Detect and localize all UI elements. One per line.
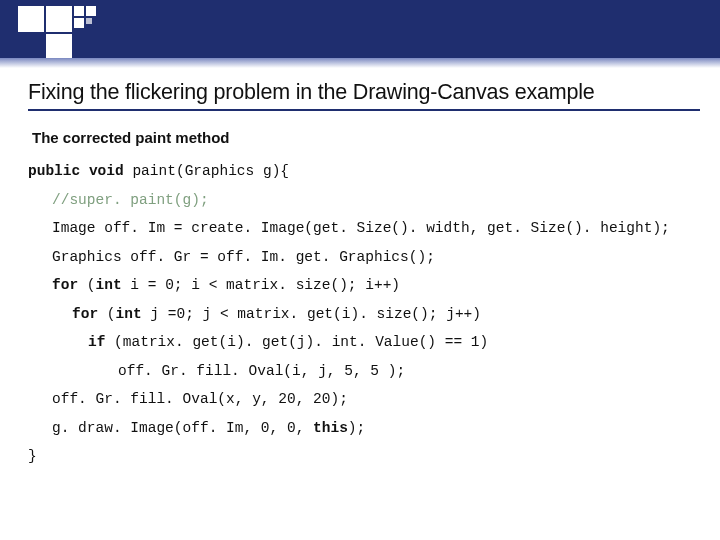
- code-text: i = 0; i < matrix. size(); i++): [122, 277, 400, 293]
- slide-subtitle: The corrected paint method: [32, 129, 700, 146]
- code-line: off. Gr. fill. Oval(i, j, 5, 5 );: [28, 364, 700, 379]
- code-block: public void paint(Graphics g){ //super. …: [28, 164, 700, 464]
- code-text: );: [348, 420, 365, 436]
- code-line: if (matrix. get(i). get(j). int. Value()…: [28, 335, 700, 350]
- decor-square: [46, 6, 72, 32]
- decor-square-small: [74, 6, 84, 16]
- code-line: }: [28, 449, 700, 464]
- decor-square: [46, 34, 72, 60]
- code-text: (: [98, 306, 115, 322]
- code-text: j =0; j < matrix. get(i). size(); j++): [142, 306, 481, 322]
- keyword: int: [96, 277, 122, 293]
- code-line: Graphics off. Gr = off. Im. get. Graphic…: [28, 250, 700, 265]
- keyword: for: [72, 306, 98, 322]
- code-line: for (int i = 0; i < matrix. size(); i++): [28, 278, 700, 293]
- code-text: (matrix. get(i). get(j). int. Value() ==…: [105, 334, 488, 350]
- slide-header-bar: [0, 0, 720, 58]
- code-line: off. Gr. fill. Oval(x, y, 20, 20);: [28, 392, 700, 407]
- keyword: int: [116, 306, 142, 322]
- slide-title: Fixing the flickering problem in the Dra…: [28, 80, 700, 105]
- code-text: paint(Graphics g){: [124, 163, 289, 179]
- decor-square-small: [74, 18, 84, 28]
- code-text: (: [78, 277, 95, 293]
- code-line: Image off. Im = create. Image(get. Size(…: [28, 221, 700, 236]
- keyword: if: [88, 334, 105, 350]
- decor-square: [18, 6, 44, 32]
- keyword: for: [52, 277, 78, 293]
- decor-square-small: [86, 18, 92, 24]
- code-line: for (int j =0; j < matrix. get(i). size(…: [28, 307, 700, 322]
- decor-square-small: [86, 6, 96, 16]
- header-gradient: [0, 58, 720, 68]
- code-line: g. draw. Image(off. Im, 0, 0, this);: [28, 421, 700, 436]
- code-comment: //super. paint(g);: [28, 193, 700, 208]
- keyword: public void: [28, 163, 124, 179]
- code-text: g. draw. Image(off. Im, 0, 0,: [52, 420, 313, 436]
- keyword: this: [313, 420, 348, 436]
- code-line: public void paint(Graphics g){: [28, 164, 700, 179]
- slide-content: Fixing the flickering problem in the Dra…: [28, 80, 700, 478]
- title-underline: [28, 109, 700, 111]
